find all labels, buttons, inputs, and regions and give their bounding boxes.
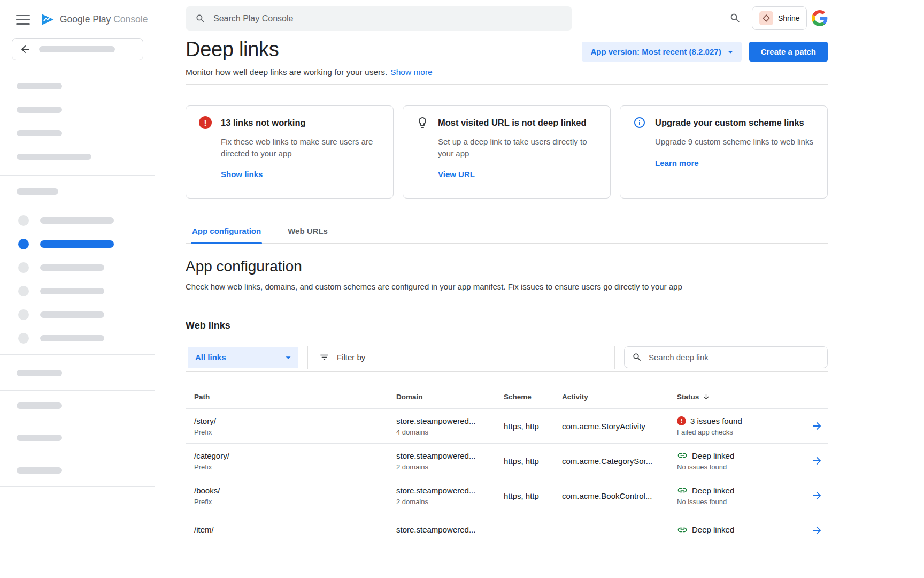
deep-link-search-bar[interactable]	[624, 346, 828, 368]
scheme-value: https, http	[504, 421, 562, 431]
sidebar-divider	[0, 486, 155, 487]
show-more-link[interactable]: Show more	[390, 67, 432, 77]
arrow-forward-icon	[811, 490, 823, 501]
arrow-forward-icon	[811, 420, 823, 432]
tab-app-configuration[interactable]: App configuration	[191, 223, 262, 243]
tab-bar: App configuration Web URLs	[186, 223, 828, 244]
sidebar-item[interactable]	[0, 279, 155, 303]
section-description: Check how web links, domains, and custom…	[186, 281, 828, 292]
activity-value: com.acme.StoryActivity	[562, 421, 677, 431]
card-title: 13 links not working	[221, 118, 306, 128]
column-header-domain: Domain	[396, 393, 504, 401]
back-arrow-icon	[19, 43, 31, 55]
logo-text: Google Play Console	[60, 14, 148, 25]
status-value: Deep linked	[692, 451, 734, 461]
global-search-input[interactable]	[213, 14, 563, 24]
sidebar-item[interactable]	[0, 326, 155, 350]
status-detail: Failed app checks	[677, 428, 806, 437]
sidebar-divider	[0, 175, 155, 176]
link-icon	[677, 450, 688, 461]
search-icon	[195, 13, 206, 24]
web-links-table: Path Domain Scheme Activity Status /stor…	[186, 372, 828, 547]
sidebar-item[interactable]	[0, 121, 155, 145]
chevron-down-icon	[725, 46, 736, 58]
column-header-scheme: Scheme	[504, 393, 562, 401]
activity-value: com.acme.CategorySor...	[562, 456, 677, 466]
sidebar-item[interactable]	[0, 256, 155, 279]
filter-by-button[interactable]: Filter by	[319, 352, 365, 362]
sidebar-item[interactable]	[0, 459, 155, 482]
tab-web-urls[interactable]: Web URLs	[287, 223, 329, 243]
google-play-console-logo[interactable]: Google Play Console	[41, 13, 148, 26]
domain-count: 2 domains	[396, 462, 504, 471]
search-icon	[632, 352, 642, 362]
links-filter-select[interactable]: All links	[188, 347, 298, 368]
domain-count: 2 domains	[396, 497, 504, 506]
app-version-dropdown[interactable]: App version: Most recent (8.2.027)	[582, 42, 741, 62]
status-detail: No issues found	[677, 497, 806, 506]
sidebar-item[interactable]	[0, 74, 155, 98]
show-links-link[interactable]: Show links	[221, 170, 263, 179]
sidebar-skeleton-group-1	[0, 74, 155, 169]
path-value: /books/	[194, 485, 396, 496]
domain-value: store.steampowered...	[396, 524, 504, 535]
chevron-down-icon	[282, 352, 294, 363]
arrow-forward-icon	[811, 455, 823, 467]
sidebar-skeleton-group-2	[0, 209, 155, 350]
scheme-value: https, http	[504, 456, 562, 466]
status-cell: ! Deep linked	[677, 524, 806, 537]
card-upgrade-schemes: Upgrade your custom scheme links Upgrade…	[620, 105, 828, 199]
scheme-value: https, http	[504, 491, 562, 501]
status-value: Deep linked	[692, 524, 734, 535]
table-row[interactable]: /category/ Prefix store.steampowered... …	[186, 443, 828, 478]
sidebar-item[interactable]	[0, 426, 155, 450]
view-url-link[interactable]: View URL	[438, 170, 475, 179]
table-row[interactable]: /story/ Prefix store.steampowered... 4 d…	[186, 408, 828, 443]
error-icon: !	[677, 416, 686, 425]
table-row[interactable]: /books/ Prefix store.steampowered... 2 d…	[186, 478, 828, 513]
insight-cards: ! 13 links not working Fix these web lin…	[186, 105, 828, 199]
status-cell: ! Deep linked No issues found	[677, 485, 806, 506]
page-subtitle: Monitor how well deep links are working …	[186, 66, 433, 78]
domain-value: store.steampowered...	[396, 451, 504, 461]
deep-link-search-input[interactable]	[649, 353, 820, 362]
sidebar-item-active[interactable]	[0, 232, 155, 256]
row-detail-arrow[interactable]	[806, 490, 828, 501]
row-detail-arrow[interactable]	[806, 420, 828, 432]
sidebar-item[interactable]	[0, 361, 155, 385]
create-patch-button[interactable]: Create a patch	[749, 42, 828, 62]
sidebar-divider	[0, 354, 155, 355]
sidebar-item[interactable]	[0, 394, 155, 417]
sidebar-divider	[0, 454, 155, 454]
sidebar-item[interactable]	[0, 209, 155, 232]
link-icon	[677, 485, 688, 496]
card-body: Set up a deep link to take users directl…	[438, 136, 597, 159]
path-value: /story/	[194, 416, 396, 426]
card-body: Fix these web links to make sure users a…	[221, 136, 380, 159]
menu-icon[interactable]	[16, 15, 30, 25]
column-header-activity: Activity	[562, 393, 677, 401]
table-row[interactable]: /item/ store.steampowered... ! Deep link…	[186, 513, 828, 547]
back-navigation[interactable]	[12, 38, 143, 60]
path-type: Prefix	[194, 462, 396, 471]
status-cell: ! 3 issues found Failed app checks	[677, 416, 806, 437]
page-title: Deep links	[186, 37, 433, 61]
row-detail-arrow[interactable]	[806, 524, 828, 536]
sidebar-item[interactable]	[0, 98, 155, 121]
global-search-bar[interactable]	[186, 6, 572, 31]
sidebar-item[interactable]	[0, 145, 155, 169]
sidebar-item[interactable]	[0, 180, 155, 203]
app-switcher-chip[interactable]: Shrine	[752, 6, 807, 30]
card-title: Upgrade your custom scheme links	[655, 118, 804, 128]
path-type: Prefix	[194, 428, 396, 437]
row-detail-arrow[interactable]	[806, 455, 828, 467]
google-account-avatar[interactable]	[812, 10, 828, 26]
learn-more-link[interactable]: Learn more	[655, 158, 699, 168]
status-value: 3 issues found	[690, 416, 742, 426]
domain-value: store.steampowered...	[396, 416, 504, 426]
lightbulb-icon	[416, 116, 429, 129]
sidebar-header: Google Play Console	[0, 0, 155, 26]
sidebar-item[interactable]	[0, 303, 155, 326]
secondary-search-icon[interactable]	[729, 12, 741, 26]
column-header-status[interactable]: Status	[677, 393, 806, 401]
